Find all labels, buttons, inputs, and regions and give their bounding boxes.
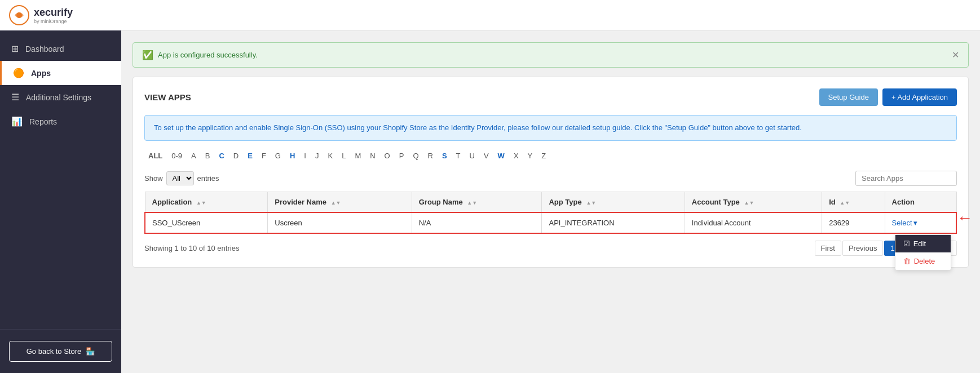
reports-icon: 📊 — [11, 116, 23, 127]
top-header — [121, 0, 980, 31]
alpha-filter-0-9[interactable]: 0-9 — [167, 150, 186, 162]
edit-action-item[interactable]: ☑ Edit — [895, 235, 951, 252]
sidebar-item-reports[interactable]: 📊 Reports — [0, 109, 121, 134]
alpha-filter-z[interactable]: Z — [537, 150, 550, 162]
alpha-filter-h[interactable]: H — [286, 150, 299, 162]
apps-table: Application ▲▼ Provider Name ▲▼ Group Na… — [144, 192, 957, 234]
action-dropdown: Select ▾ ☑ Edit — [892, 219, 917, 227]
alpha-filter: ALL0-9ABCDEFGHIJKLMNOPQRSTUVWXYZ — [144, 150, 957, 162]
cell-action: Select ▾ ☑ Edit — [885, 212, 956, 233]
col-account-type: Account Type ▲▼ — [685, 192, 822, 212]
show-label: Show — [144, 174, 163, 183]
logo-area: xecurify by miniOrange — [0, 0, 121, 31]
alpha-filter-v[interactable]: V — [480, 150, 493, 162]
sort-arrows-apptype[interactable]: ▲▼ — [586, 201, 596, 206]
success-banner: ✅ App is configured successfully. ✕ — [133, 42, 969, 68]
table-row: SSO_UScreen Uscreen N/A API_INTEGRATION … — [145, 212, 956, 233]
red-arrow-indicator: ← — [957, 209, 973, 227]
alpha-filter-u[interactable]: U — [466, 150, 479, 162]
go-back-button[interactable]: Go back to Store 🏪 — [9, 341, 112, 362]
setup-guide-button[interactable]: Setup Guide — [819, 88, 878, 106]
alpha-filter-b[interactable]: B — [201, 150, 214, 162]
edit-checkbox-icon: ☑ — [903, 239, 910, 248]
alpha-filter-x[interactable]: X — [510, 150, 523, 162]
alpha-filter-all[interactable]: ALL — [144, 150, 166, 162]
sidebar-item-additional-settings[interactable]: ☰ Additional Settings — [0, 85, 121, 109]
alpha-filter-y[interactable]: Y — [524, 150, 537, 162]
alpha-filter-t[interactable]: T — [452, 150, 465, 162]
add-application-label: + Add Application — [891, 93, 948, 101]
alpha-filter-e[interactable]: E — [244, 150, 257, 162]
main-content: ✅ App is configured successfully. ✕ VIEW… — [121, 0, 980, 373]
cell-account-type: Individual Account — [685, 212, 822, 233]
sort-arrows-group[interactable]: ▲▼ — [467, 201, 477, 206]
alpha-filter-q[interactable]: Q — [409, 150, 422, 162]
alpha-filter-d[interactable]: D — [229, 150, 242, 162]
sidebar-item-dashboard[interactable]: ⊞ Dashboard — [0, 37, 121, 61]
cell-application: SSO_UScreen — [145, 212, 268, 233]
info-text: To set up the application and enable Sin… — [154, 123, 802, 132]
alpha-filter-w[interactable]: W — [494, 150, 509, 162]
sidebar-nav: ⊞ Dashboard 🟠 Apps ☰ Additional Settings… — [0, 31, 121, 329]
sidebar-item-label: Additional Settings — [26, 93, 91, 102]
success-message: App is configured successfully. — [158, 51, 258, 59]
alpha-filter-f[interactable]: F — [258, 150, 270, 162]
content-area: ✅ App is configured successfully. ✕ VIEW… — [121, 31, 980, 279]
alpha-filter-p[interactable]: P — [395, 150, 408, 162]
add-application-button[interactable]: + Add Application — [882, 88, 957, 106]
dashboard-icon: ⊞ — [11, 43, 19, 54]
logo-main-text: xecurify — [34, 7, 73, 19]
cell-provider-name: Uscreen — [268, 212, 412, 233]
previous-page-button[interactable]: Previous — [842, 241, 884, 256]
show-entries-select[interactable]: All 10 25 50 — [166, 171, 194, 185]
delete-action-item[interactable]: 🗑 Delete — [895, 252, 951, 270]
alpha-filter-m[interactable]: M — [351, 150, 365, 162]
table-footer: Showing 1 to 10 of 10 entries First Prev… — [144, 241, 957, 256]
logo-sub-text: by miniOrange — [34, 19, 73, 24]
showing-entries-text: Showing 1 to 10 of 10 entries — [144, 244, 239, 252]
success-icon: ✅ — [142, 50, 153, 60]
sort-arrows-application[interactable]: ▲▼ — [196, 201, 206, 206]
alpha-filter-s[interactable]: S — [438, 150, 451, 162]
search-apps-input[interactable] — [855, 171, 957, 186]
alpha-filter-l[interactable]: L — [338, 150, 350, 162]
card-header: VIEW APPS Setup Guide + Add Application — [144, 88, 957, 106]
col-id: Id ▲▼ — [822, 192, 885, 212]
view-apps-card: VIEW APPS Setup Guide + Add Application … — [133, 77, 969, 268]
sort-arrows-accounttype[interactable]: ▲▼ — [744, 201, 754, 206]
first-page-button[interactable]: First — [815, 241, 841, 256]
select-action-link[interactable]: Select ▾ — [892, 219, 917, 227]
cell-id: 23629 — [822, 212, 885, 233]
alpha-filter-n[interactable]: N — [366, 150, 379, 162]
alpha-filter-a[interactable]: A — [187, 150, 200, 162]
close-banner-button[interactable]: ✕ — [952, 50, 959, 60]
table-header-row: Application ▲▼ Provider Name ▲▼ Group Na… — [145, 192, 956, 212]
store-icon: 🏪 — [86, 347, 95, 356]
action-dropdown-menu: ☑ Edit 🗑 Delete — [895, 234, 951, 270]
sidebar: xecurify by miniOrange ⊞ Dashboard 🟠 App… — [0, 0, 121, 373]
alpha-filter-r[interactable]: R — [424, 150, 437, 162]
alpha-filter-j[interactable]: J — [311, 150, 323, 162]
alpha-filter-o[interactable]: O — [381, 150, 394, 162]
sidebar-item-apps[interactable]: 🟠 Apps — [0, 61, 121, 85]
table-wrapper: Application ▲▼ Provider Name ▲▼ Group Na… — [144, 192, 957, 234]
col-group-name: Group Name ▲▼ — [412, 192, 542, 212]
alpha-filter-g[interactable]: G — [271, 150, 285, 162]
edit-label: Edit — [913, 239, 926, 248]
alpha-filter-k[interactable]: K — [324, 150, 337, 162]
sort-arrows-id[interactable]: ▲▼ — [840, 201, 850, 206]
table-controls: Show All 10 25 50 entries — [144, 171, 957, 186]
show-entries: Show All 10 25 50 entries — [144, 171, 219, 185]
sidebar-item-label: Dashboard — [25, 45, 64, 54]
entries-label: entries — [197, 174, 219, 183]
col-provider-name: Provider Name ▲▼ — [268, 192, 412, 212]
go-back-label: Go back to Store — [27, 347, 82, 356]
logo-icon — [9, 5, 29, 25]
alpha-filter-i[interactable]: I — [300, 150, 310, 162]
alpha-filter-c[interactable]: C — [215, 150, 228, 162]
sort-arrows-provider[interactable]: ▲▼ — [331, 201, 341, 206]
logo-text: xecurify by miniOrange — [34, 7, 73, 24]
apps-icon: 🟠 — [13, 68, 24, 78]
success-banner-left: ✅ App is configured successfully. — [142, 50, 258, 60]
dropdown-chevron-icon: ▾ — [913, 219, 917, 227]
